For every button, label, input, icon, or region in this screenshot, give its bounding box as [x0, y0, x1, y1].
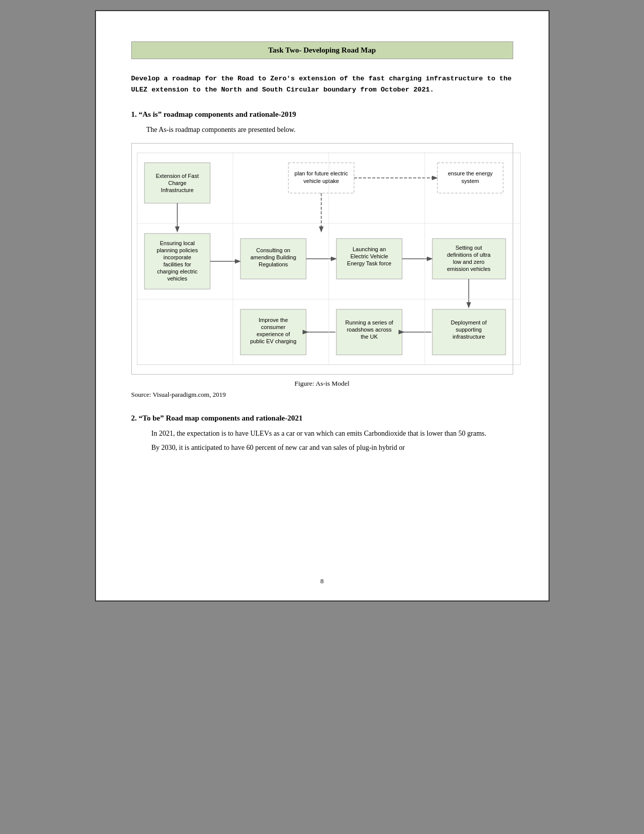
svg-text:Infrastructure: Infrastructure	[161, 187, 193, 193]
svg-text:Regulations: Regulations	[258, 261, 288, 267]
svg-text:Setting out: Setting out	[455, 245, 482, 251]
svg-text:Ensuring local: Ensuring local	[160, 240, 194, 246]
flowchart-container: Extension of Fast Charge Infrastructure …	[131, 143, 513, 375]
svg-text:Electric Vehicle: Electric Vehicle	[350, 253, 388, 259]
svg-text:Deployment of: Deployment of	[451, 319, 487, 326]
svg-text:consumer: consumer	[261, 324, 285, 330]
flowchart-svg: Extension of Fast Charge Infrastructure …	[137, 153, 508, 365]
section1-heading: 1. “As is” roadmap components and ration…	[131, 110, 513, 119]
svg-text:roadshows across: roadshows across	[346, 327, 391, 333]
task-header-text: Task Two- Developing Road Map	[268, 46, 376, 54]
document-page: Task Two- Developing Road Map Develop a …	[95, 10, 550, 601]
section1-subtext: The As-is roadmap components are present…	[131, 126, 513, 134]
svg-text:charging electric: charging electric	[157, 268, 197, 274]
svg-text:Launching an: Launching an	[352, 246, 385, 252]
svg-text:Extension of Fast: Extension of Fast	[156, 173, 199, 179]
section2-paragraph2: By 2030, it is anticipated to have 60 pe…	[131, 444, 513, 452]
svg-text:definitions of ultra: definitions of ultra	[447, 252, 490, 258]
svg-text:planning policies: planning policies	[157, 247, 198, 253]
task-header: Task Two- Developing Road Map	[131, 41, 513, 59]
source-text: Source: Visual-paradigm.com, 2019	[131, 391, 513, 399]
svg-text:Running a series of: Running a series of	[345, 319, 393, 326]
svg-text:low and zero: low and zero	[453, 259, 484, 265]
svg-text:plan for future electric: plan for future electric	[294, 170, 348, 176]
svg-text:vehicles: vehicles	[167, 275, 187, 282]
svg-text:the UK: the UK	[361, 334, 378, 340]
svg-text:vehicle uptake: vehicle uptake	[303, 178, 338, 184]
section2-paragraph1: In 2021, the expectation is to have ULEV…	[131, 430, 513, 438]
svg-text:Improve the: Improve the	[258, 317, 287, 323]
intro-text: Develop a roadmap for the Road to Zero's…	[131, 75, 512, 94]
svg-text:Consulting on: Consulting on	[256, 247, 290, 253]
svg-text:Energy Task force: Energy Task force	[347, 260, 391, 266]
svg-text:infrastructure: infrastructure	[452, 334, 484, 340]
page-number: 8	[96, 577, 549, 585]
svg-text:incorporate: incorporate	[163, 254, 191, 260]
section2-heading: 2. “To be” Road map components and ratio…	[131, 414, 513, 423]
svg-text:amending Building: amending Building	[250, 254, 296, 260]
svg-text:experience of: experience of	[256, 331, 290, 337]
svg-text:ensure the energy: ensure the energy	[448, 170, 492, 176]
svg-text:system: system	[461, 178, 479, 184]
svg-text:supporting: supporting	[456, 327, 481, 333]
figure-caption: Figure: As-is Model	[131, 380, 513, 388]
svg-text:Charge: Charge	[168, 180, 186, 186]
svg-text:emission vehicles: emission vehicles	[447, 266, 490, 272]
intro-paragraph: Develop a roadmap for the Road to Zero's…	[131, 73, 513, 95]
svg-text:public EV charging: public EV charging	[250, 338, 296, 344]
svg-text:facilities for: facilities for	[163, 261, 191, 267]
